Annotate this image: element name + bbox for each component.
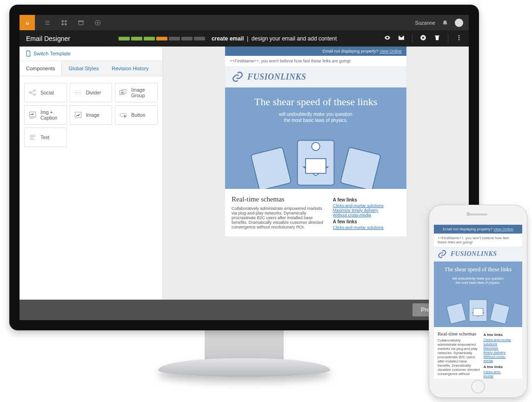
side-link[interactable]: Maximize timely delivery xyxy=(333,208,400,213)
email-banner: Email not displaying properly? View Onli… xyxy=(225,47,406,56)
step-desc: design your email and add content xyxy=(252,35,337,42)
progress-steps xyxy=(119,37,205,40)
component-img-caption[interactable]: Img + Caption xyxy=(24,105,67,125)
send-icon[interactable] xyxy=(398,34,405,42)
svg-rect-27 xyxy=(473,308,483,315)
step-name: create email xyxy=(212,35,244,42)
component-divider[interactable]: Divider xyxy=(70,83,113,102)
side-link[interactable]: Clicks-and-mortarsolutions xyxy=(484,338,519,346)
phone-email-hero: The shear speed of these links will undo… xyxy=(434,261,522,327)
text-icon xyxy=(28,133,37,141)
svg-rect-24 xyxy=(446,303,466,324)
link-icon xyxy=(232,71,244,83)
phone-email-banner: Email not displaying properly? View Onli… xyxy=(434,225,522,234)
preview-icon[interactable] xyxy=(384,34,391,42)
monitor-frame: Suzanne Email Designer create email | de… xyxy=(9,5,479,330)
img-caption-icon xyxy=(28,111,37,119)
add-icon[interactable] xyxy=(93,19,102,27)
side-link[interactable]: Without cross-media xyxy=(333,213,400,217)
svg-point-10 xyxy=(459,39,459,40)
link-icon xyxy=(438,249,447,259)
svg-point-12 xyxy=(34,90,36,92)
svg-rect-17 xyxy=(75,112,81,118)
divider-icon xyxy=(74,88,82,97)
email-sidebar-links: A few links Clicks-and-mortar solutions … xyxy=(333,195,400,230)
phone-home-button xyxy=(471,380,485,394)
svg-point-13 xyxy=(34,94,36,96)
topbar: Suzanne xyxy=(20,15,469,30)
footer-bar: Previous xyxy=(20,300,469,320)
step-label: create email | design your email and add… xyxy=(212,35,337,42)
svg-point-23 xyxy=(312,142,320,151)
side-link[interactable]: Clicks-and-mortar solutions xyxy=(333,225,400,230)
svg-point-9 xyxy=(459,37,459,38)
svg-rect-5 xyxy=(78,20,84,21)
hero-illustration xyxy=(234,128,397,189)
phone-frame: Email not displaying properly? View Onli… xyxy=(429,205,527,398)
view-online-link[interactable]: View Online xyxy=(379,49,402,54)
component-text[interactable]: Text xyxy=(24,127,67,147)
article-text: Collaboratively administrate empowered m… xyxy=(232,206,326,229)
components-grid: Social Divider Image Group Img + Caption xyxy=(20,76,162,154)
svg-rect-3 xyxy=(65,23,66,25)
sidebar-tabs: Components Global Styles Revision Histor… xyxy=(20,61,162,76)
monitor-stand-base xyxy=(158,358,330,377)
component-image[interactable]: Image xyxy=(70,105,113,125)
component-image-group[interactable]: Image Group xyxy=(115,83,158,102)
sidebar: Switch Template Components Global Styles… xyxy=(20,47,163,300)
switch-template-link[interactable]: Switch Template xyxy=(20,47,162,61)
more-icon[interactable] xyxy=(456,34,462,42)
email-hero: The shear speed of these links will undo… xyxy=(225,87,406,189)
side-link[interactable]: Maximizetimely delivery xyxy=(484,346,519,355)
svg-rect-1 xyxy=(65,20,66,22)
document-icon xyxy=(25,50,32,57)
component-button[interactable]: Button xyxy=(115,105,158,125)
tab-revision-history[interactable]: Revision History xyxy=(105,61,155,76)
hero-heading: The shear speed of these links xyxy=(234,96,397,108)
svg-rect-19 xyxy=(251,147,291,189)
email-preheader: ++FirstName++, you won't believe how fas… xyxy=(225,56,406,66)
svg-point-11 xyxy=(29,92,31,94)
phone-email-brand: FUSIONLINKS xyxy=(434,247,522,261)
svg-rect-2 xyxy=(62,23,64,25)
trash-icon[interactable] xyxy=(434,34,440,42)
side-link[interactable]: Without cross-media xyxy=(484,355,519,363)
email-body: Real-time schemas Collaboratively admini… xyxy=(225,189,406,236)
close-icon[interactable] xyxy=(420,34,426,42)
email-preview[interactable]: Email not displaying properly? View Onli… xyxy=(225,47,406,236)
archive-icon[interactable] xyxy=(77,19,85,27)
titlebar: Email Designer create email | design you… xyxy=(20,30,469,47)
svg-rect-20 xyxy=(340,147,381,189)
view-online-link[interactable]: View Online xyxy=(493,227,513,231)
article-heading: Real-time schemas xyxy=(232,195,326,203)
image-group-icon xyxy=(119,88,127,97)
bell-icon[interactable] xyxy=(442,19,448,27)
side-link[interactable]: Clicks-and-mortar xyxy=(484,370,519,378)
dashboard-icon[interactable] xyxy=(60,19,68,27)
svg-point-8 xyxy=(459,35,459,36)
svg-rect-0 xyxy=(62,20,64,22)
flame-icon xyxy=(24,20,31,26)
social-icon xyxy=(28,88,37,97)
hero-illustration xyxy=(439,290,518,327)
tab-components[interactable]: Components xyxy=(20,61,62,76)
email-brand: FUSIONLINKS xyxy=(225,66,406,87)
email-article: Real-time schemas Collaboratively admini… xyxy=(232,195,326,230)
phone-email-preheader: ++FirstName++, you won't believe how fas… xyxy=(434,234,522,247)
svg-rect-25 xyxy=(490,303,510,324)
page-title: Email Designer xyxy=(26,35,70,42)
component-social[interactable]: Social xyxy=(24,83,67,102)
tab-global-styles[interactable]: Global Styles xyxy=(62,61,105,76)
svg-rect-22 xyxy=(306,159,326,174)
side-link[interactable]: Clicks-and-mortar solutions xyxy=(333,203,400,208)
canvas: Email not displaying properly? View Onli… xyxy=(163,47,469,300)
phone-email-body: Real-time schemas Collaboratively admini… xyxy=(434,327,522,379)
avatar[interactable] xyxy=(455,19,463,27)
menu-icon[interactable] xyxy=(43,19,52,27)
image-icon xyxy=(74,111,82,119)
app-logo[interactable] xyxy=(20,15,35,30)
main: Switch Template Components Global Styles… xyxy=(20,47,469,300)
button-icon xyxy=(119,111,127,119)
phone-screen: Email not displaying properly? View Onli… xyxy=(434,225,522,379)
user-name[interactable]: Suzanne xyxy=(415,20,435,26)
